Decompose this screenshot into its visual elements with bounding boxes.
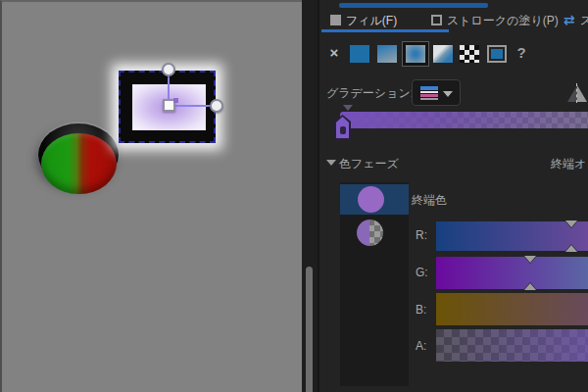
alpha-channel-slider[interactable] xyxy=(436,329,588,362)
swap-arrows-icon: ⇄ xyxy=(564,12,575,27)
mirror-axis-line xyxy=(576,83,577,103)
canvas-artboard[interactable] xyxy=(0,0,302,392)
gradient-focal-point[interactable] xyxy=(173,98,178,103)
gradient-preset-preview xyxy=(420,86,438,101)
end-color-label: 終端色 xyxy=(412,192,447,209)
slider-marker-bottom-icon[interactable] xyxy=(565,245,577,252)
fill-solid-swatch[interactable] xyxy=(350,45,369,63)
fill-panel: フィル(F) ストロークの塗り(P) ⇄ ス × ? グラデーション: xyxy=(319,0,588,392)
green-channel-slider[interactable] xyxy=(436,257,588,289)
gradient-bar[interactable] xyxy=(340,112,588,128)
fill-radial-gradient-swatch-selected[interactable] xyxy=(402,41,429,67)
gradient-bar-pointer xyxy=(343,105,353,111)
slider-marker-top-icon[interactable] xyxy=(524,256,536,263)
gradient-preset-dropdown[interactable] xyxy=(412,79,461,106)
mirror-right-triangle-icon xyxy=(577,85,587,102)
application-window: フィル(F) ストロークの塗り(P) ⇄ ス × ? グラデーション: xyxy=(0,0,588,392)
fill-tiled-swatch[interactable] xyxy=(487,45,507,63)
fill-linear-gradient-swatch[interactable] xyxy=(377,45,397,63)
active-tab-indicator xyxy=(321,29,449,32)
fill-tab-icon xyxy=(330,15,341,25)
slider-marker-top-icon[interactable] xyxy=(565,220,577,227)
vertical-scrollbar[interactable] xyxy=(306,267,313,392)
gradient-stop-marker-dot xyxy=(340,126,346,134)
color-phase-section-title: 色フェーズ xyxy=(339,156,399,172)
tab-stroke-paint[interactable]: ストロークの塗り(P) xyxy=(447,13,559,29)
alpha-color-swatch[interactable] xyxy=(357,220,383,246)
chevron-down-icon xyxy=(443,91,453,97)
fill-pattern-swatch[interactable] xyxy=(460,45,479,63)
red-channel-slider[interactable] xyxy=(436,221,588,251)
gradient-label: グラデーション: xyxy=(326,85,414,102)
horizontal-scrollbar[interactable] xyxy=(339,3,488,8)
stroke-paint-tab-icon xyxy=(431,15,442,25)
help-button[interactable]: ? xyxy=(514,43,529,63)
tab-fill[interactable]: フィル(F) xyxy=(346,13,397,29)
tab-stroke[interactable]: ス xyxy=(580,13,588,29)
mirror-gradient-button[interactable] xyxy=(566,83,588,103)
fill-diagonal-gradient-swatch[interactable] xyxy=(433,45,453,63)
radial-gradient-icon xyxy=(406,45,425,63)
collapse-triangle-icon[interactable] xyxy=(326,160,336,166)
slider-marker-bottom-icon[interactable] xyxy=(524,283,536,290)
end-offset-label: 終端オ xyxy=(551,156,586,172)
end-color-swatch[interactable] xyxy=(358,186,384,213)
gradient-rotation-handle[interactable] xyxy=(162,63,175,76)
ellipse-shape[interactable] xyxy=(41,133,117,194)
fill-none-button[interactable]: × xyxy=(325,43,343,63)
gradient-radius-handle[interactable] xyxy=(210,99,223,113)
blue-channel-slider[interactable] xyxy=(436,293,588,325)
